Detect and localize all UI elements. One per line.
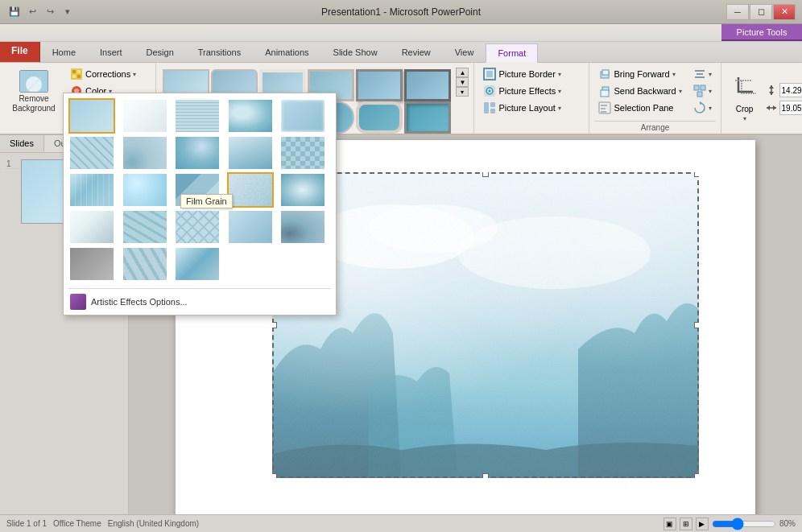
crop-button[interactable]: Crop ▾: [728, 66, 762, 132]
ae-thumb-plasticwrap[interactable]: [174, 246, 221, 282]
gallery-scroll-up[interactable]: ▲: [456, 68, 469, 77]
ae-thumb-chalk[interactable]: [227, 209, 274, 245]
ae-thumb-texturizer[interactable]: [68, 135, 115, 171]
window-controls: ─ ◻ ✕: [726, 4, 796, 20]
picture-border-button[interactable]: Picture Border ▾: [479, 66, 584, 82]
restore-btn[interactable]: ◻: [750, 4, 772, 20]
ae-thumb-glass[interactable]: [68, 172, 115, 208]
ae-thumb-photocopy[interactable]: [68, 209, 115, 245]
width-input[interactable]: [779, 101, 802, 115]
view-slide-sorter-btn[interactable]: ⊞: [680, 518, 692, 530]
tab-design[interactable]: Design: [134, 43, 186, 62]
ae-thumb-crumpled[interactable]: [122, 172, 168, 208]
ae-options-row[interactable]: Artistic Effects Options...: [64, 291, 336, 315]
ae-thumb-pencil[interactable]: [122, 98, 168, 134]
tab-transitions[interactable]: Transitions: [186, 43, 253, 62]
style-thumb-5[interactable]: [356, 69, 403, 101]
tab-home[interactable]: Home: [40, 43, 88, 62]
remove-background-button[interactable]: Remove Background: [5, 66, 63, 118]
ae-thumb-paint[interactable]: [279, 209, 326, 245]
picture-effects-col: Picture Border ▾ Picture Effects ▾ Pictu…: [479, 66, 584, 116]
ae-thumb-watercolor[interactable]: [227, 98, 274, 134]
svg-marker-47: [773, 105, 776, 110]
ae-thumb-glow[interactable]: [279, 172, 326, 208]
ae-thumb-none[interactable]: [68, 98, 115, 134]
ae-thumb-crisscross[interactable]: [174, 209, 221, 245]
ae-options-icon: [70, 294, 86, 310]
ae-thumb-mosaic[interactable]: [279, 135, 326, 171]
svg-marker-44: [769, 92, 774, 95]
handle-middle-left[interactable]: [272, 322, 277, 328]
send-backward-button[interactable]: Send Backward ▾: [594, 83, 685, 99]
ribbon-tab-row: File Home Insert Design Transitions Anim…: [0, 42, 802, 63]
handle-top-middle[interactable]: [482, 172, 489, 177]
ae-thumb-blur[interactable]: [279, 98, 326, 134]
corrections-dropdown-arrow: ▾: [133, 71, 136, 78]
crop-dropdown-arrow: ▾: [743, 115, 746, 122]
svg-rect-35: [697, 73, 703, 75]
picture-tools-label: Picture Tools: [721, 24, 802, 41]
undo-quick-btn[interactable]: ↩: [24, 4, 40, 20]
customize-quick-btn[interactable]: ▾: [60, 4, 76, 20]
picture-layout-label: Picture Layout: [498, 103, 555, 113]
ae-thumb-pastels[interactable]: [227, 135, 274, 171]
corrections-button[interactable]: Corrections ▾: [66, 66, 151, 82]
ae-thumb-line[interactable]: [174, 98, 221, 134]
zoom-slider[interactable]: [712, 518, 776, 530]
picture-layout-icon: [483, 101, 496, 114]
ae-thumb-cement[interactable]: [122, 135, 168, 171]
align-icon: [693, 68, 706, 80]
picture-effects-button[interactable]: Picture Effects ▾: [479, 83, 584, 99]
handle-top-right[interactable]: [694, 172, 699, 177]
tab-insert[interactable]: Insert: [88, 43, 134, 62]
tab-format[interactable]: Format: [486, 43, 538, 63]
ae-thumb-paintbrush[interactable]: [122, 246, 168, 282]
view-slideshow-btn[interactable]: ▶: [696, 518, 709, 530]
picture-border-label: Picture Border: [498, 69, 555, 79]
close-btn[interactable]: ✕: [773, 4, 796, 20]
tab-animations[interactable]: Animations: [253, 43, 320, 62]
title-bar: 💾 ↩ ↪ ▾ Presentation1 - Microsoft PowerP…: [0, 0, 802, 24]
bring-forward-button[interactable]: Bring Forward ▾: [594, 66, 685, 82]
crop-size-group: Crop ▾ ▲ ▼ ▲ ▼: [721, 63, 802, 134]
crop-icon: [734, 76, 756, 103]
selection-pane-label: Selection Pane: [614, 103, 673, 113]
gallery-scroll-down[interactable]: ▼: [456, 77, 469, 87]
tab-slideshow[interactable]: Slide Show: [321, 43, 390, 62]
handle-middle-right[interactable]: [694, 322, 699, 328]
save-quick-btn[interactable]: 💾: [6, 4, 23, 20]
style-thumb-11[interactable]: [356, 101, 403, 134]
style-thumb-12[interactable]: [404, 101, 451, 134]
style-thumb-6[interactable]: [404, 69, 451, 101]
arrange-group-content: Bring Forward ▾ Send Backward ▾ Selectio…: [594, 66, 715, 119]
file-tab[interactable]: File: [0, 39, 40, 62]
ae-separator: [68, 288, 331, 289]
view-normal-btn[interactable]: ▣: [664, 518, 676, 530]
rotate-button[interactable]: ▾: [689, 100, 716, 116]
remove-bg-label: Remove Background: [12, 94, 56, 113]
handle-bottom-right[interactable]: [694, 473, 699, 478]
gallery-scroll-more[interactable]: ▾: [456, 87, 469, 97]
svg-point-22: [489, 90, 491, 93]
picture-effects-content: Picture Border ▾ Picture Effects ▾ Pictu…: [479, 66, 584, 119]
handle-bottom-middle[interactable]: [482, 473, 489, 478]
bring-forward-arrow: ▾: [672, 71, 676, 78]
group-button[interactable]: ▾: [689, 83, 716, 99]
ae-thumb-filmgrain[interactable]: [227, 172, 274, 208]
svg-rect-32: [601, 108, 606, 109]
tab-view[interactable]: View: [443, 43, 486, 62]
selection-pane-button[interactable]: Selection Pane: [594, 100, 685, 116]
tab-review[interactable]: Review: [390, 43, 443, 62]
ae-thumb-watercolor2[interactable]: [174, 135, 221, 171]
title-bar-left: 💾 ↩ ↪ ▾: [6, 4, 76, 20]
redo-quick-btn[interactable]: ↪: [42, 4, 58, 20]
svg-marker-43: [769, 85, 774, 89]
ae-thumb-marker[interactable]: [122, 209, 168, 245]
rotate-icon: [693, 101, 706, 114]
minimize-btn[interactable]: ─: [726, 4, 749, 20]
height-input[interactable]: [779, 83, 802, 97]
ae-thumb-pencilgray[interactable]: [68, 246, 115, 282]
handle-bottom-left[interactable]: [272, 473, 277, 478]
align-button[interactable]: ▾: [689, 66, 716, 82]
picture-layout-button[interactable]: Picture Layout ▾: [479, 100, 584, 116]
